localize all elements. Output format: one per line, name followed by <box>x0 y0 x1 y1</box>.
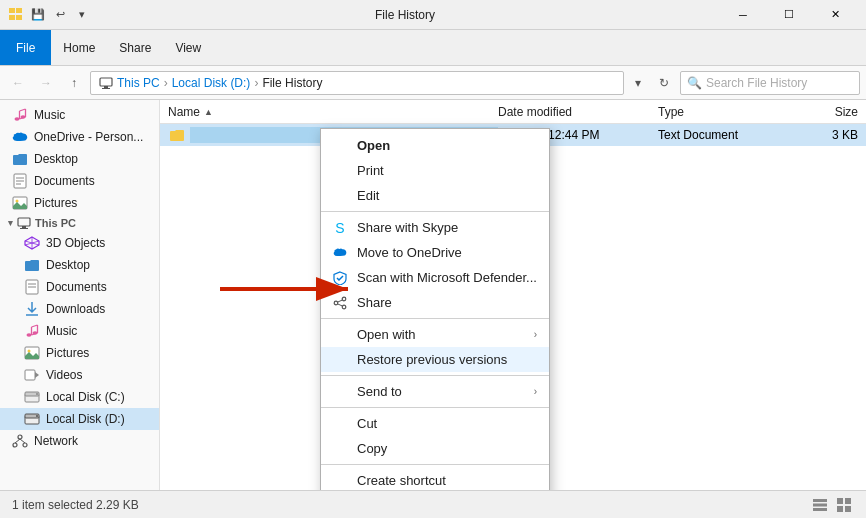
sort-arrow: ▲ <box>204 107 213 117</box>
sidebar-item-locald[interactable]: Local Disk (D:) <box>0 408 159 430</box>
file-size-cell: 3 KB <box>778 128 858 142</box>
svg-point-46 <box>18 435 22 439</box>
column-headers: Name ▲ Date modified Type Size <box>160 100 866 124</box>
path-current: File History <box>262 76 322 90</box>
ctx-scan-defender[interactable]: Scan with Microsoft Defender... <box>321 265 549 290</box>
svg-point-51 <box>342 297 346 301</box>
ctx-sep3 <box>321 375 549 376</box>
refresh-button[interactable]: ↻ <box>652 71 676 95</box>
ctx-share-label: Share <box>357 295 392 310</box>
ctx-cut[interactable]: Cut <box>321 411 549 436</box>
svg-rect-60 <box>813 508 827 511</box>
maximize-button[interactable]: ☐ <box>766 0 812 30</box>
close-button[interactable]: ✕ <box>812 0 858 30</box>
dropdown-icon[interactable]: ▾ <box>74 7 90 23</box>
sidebar-item-onedrive[interactable]: OneDrive - Person... <box>0 126 159 148</box>
ctx-restore-prev-label: Restore previous versions <box>357 352 507 367</box>
sidebar-item-music[interactable]: Music <box>0 104 159 126</box>
address-path[interactable]: This PC › Local Disk (D:) › File History <box>90 71 624 95</box>
svg-line-12 <box>20 109 26 111</box>
ribbon-view-tab[interactable]: View <box>163 30 213 65</box>
ctx-move-onedrive[interactable]: Move to OneDrive <box>321 240 549 265</box>
sidebar-music2-label: Music <box>46 324 77 338</box>
sidebar-item-pictures[interactable]: Pictures <box>0 192 159 214</box>
ctx-copy[interactable]: Copy <box>321 436 549 461</box>
svg-point-45 <box>36 415 38 417</box>
localc-icon <box>24 389 40 405</box>
skype-icon: S <box>331 219 349 237</box>
sidebar-section-thispc[interactable]: ▾ This PC <box>0 214 159 232</box>
ctx-print[interactable]: Print <box>321 158 549 183</box>
up-button[interactable]: ↑ <box>62 71 86 95</box>
svg-point-30 <box>27 333 32 337</box>
sidebar-onedrive-label: OneDrive - Person... <box>34 130 143 144</box>
view-tiles-button[interactable] <box>834 495 854 515</box>
ribbon-file-tab[interactable]: File <box>0 30 51 65</box>
music-icon <box>12 107 28 123</box>
ribbon-home-tab[interactable]: Home <box>51 30 107 65</box>
sidebar-item-localc[interactable]: Local Disk (C:) <box>0 386 159 408</box>
ctx-share-skype[interactable]: S Share with Skype <box>321 215 549 240</box>
defender-icon <box>331 269 349 287</box>
minimize-button[interactable]: ─ <box>720 0 766 30</box>
desktop2-icon <box>24 257 40 273</box>
ctx-scan-defender-label: Scan with Microsoft Defender... <box>357 270 537 285</box>
sidebar-item-pictures2[interactable]: Pictures <box>0 342 159 364</box>
title-bar-icons: 💾 ↩ ▾ <box>8 7 90 23</box>
sidebar-item-desktop2[interactable]: Desktop <box>0 254 159 276</box>
col-size-header[interactable]: Size <box>778 105 858 119</box>
svg-line-54 <box>338 300 343 302</box>
documents2-icon <box>24 279 40 295</box>
svg-point-7 <box>15 117 20 121</box>
svg-point-48 <box>23 443 27 447</box>
back-button[interactable]: ← <box>6 71 30 95</box>
ctx-restore-prev[interactable]: Restore previous versions <box>321 347 549 372</box>
svg-rect-21 <box>20 228 28 229</box>
ctx-share[interactable]: Share <box>321 290 549 315</box>
sidebar: Music OneDrive - Person... Desktop Docum… <box>0 100 160 490</box>
downloads-icon <box>24 301 40 317</box>
ctx-create-shortcut-label: Create shortcut <box>357 473 446 488</box>
sidebar-item-desktop[interactable]: Desktop <box>0 148 159 170</box>
sidebar-item-3dobjects[interactable]: 3D Objects <box>0 232 159 254</box>
svg-rect-3 <box>16 15 22 20</box>
svg-point-42 <box>36 393 38 395</box>
sidebar-item-documents2[interactable]: Documents <box>0 276 159 298</box>
path-this-pc[interactable]: This PC <box>117 76 160 90</box>
svg-rect-59 <box>813 503 827 506</box>
3dobjects-icon <box>24 235 40 251</box>
videos-icon <box>24 367 40 383</box>
view-details-button[interactable] <box>810 495 830 515</box>
sidebar-item-videos[interactable]: Videos <box>0 364 159 386</box>
undo-icon: ↩ <box>52 7 68 23</box>
sidebar-item-downloads[interactable]: Downloads <box>0 298 159 320</box>
svg-rect-0 <box>9 8 15 13</box>
sidebar-item-documents[interactable]: Documents <box>0 170 159 192</box>
ctx-open-with[interactable]: Open with › <box>321 322 549 347</box>
svg-rect-63 <box>837 506 843 512</box>
sidebar-localc-label: Local Disk (C:) <box>46 390 125 404</box>
ctx-send-to[interactable]: Send to › <box>321 379 549 404</box>
ctx-sep1 <box>321 211 549 212</box>
sidebar-item-network[interactable]: Network <box>0 430 159 452</box>
content-area: Name ▲ Date modified Type Size 3/3/2022 … <box>160 100 866 490</box>
ctx-open[interactable]: Open <box>321 133 549 158</box>
forward-button[interactable]: → <box>34 71 58 95</box>
ctx-edit[interactable]: Edit <box>321 183 549 208</box>
sidebar-pictures2-label: Pictures <box>46 346 89 360</box>
network-icon <box>12 433 28 449</box>
col-name-header[interactable]: Name ▲ <box>168 105 498 119</box>
status-item-count: 1 item selected 2.29 KB <box>12 498 139 512</box>
col-date-header[interactable]: Date modified <box>498 105 658 119</box>
path-local-disk[interactable]: Local Disk (D:) <box>172 76 251 90</box>
svg-rect-38 <box>25 370 35 380</box>
onedrive-ctx-icon <box>331 244 349 262</box>
ribbon-share-tab[interactable]: Share <box>107 30 163 65</box>
col-type-header[interactable]: Type <box>658 105 778 119</box>
svg-rect-19 <box>18 218 30 226</box>
ctx-create-shortcut[interactable]: Create shortcut <box>321 468 549 490</box>
address-dropdown[interactable]: ▾ <box>628 71 648 95</box>
search-box[interactable]: 🔍 Search File History <box>680 71 860 95</box>
sidebar-documents2-label: Documents <box>46 280 107 294</box>
sidebar-item-music2[interactable]: Music <box>0 320 159 342</box>
